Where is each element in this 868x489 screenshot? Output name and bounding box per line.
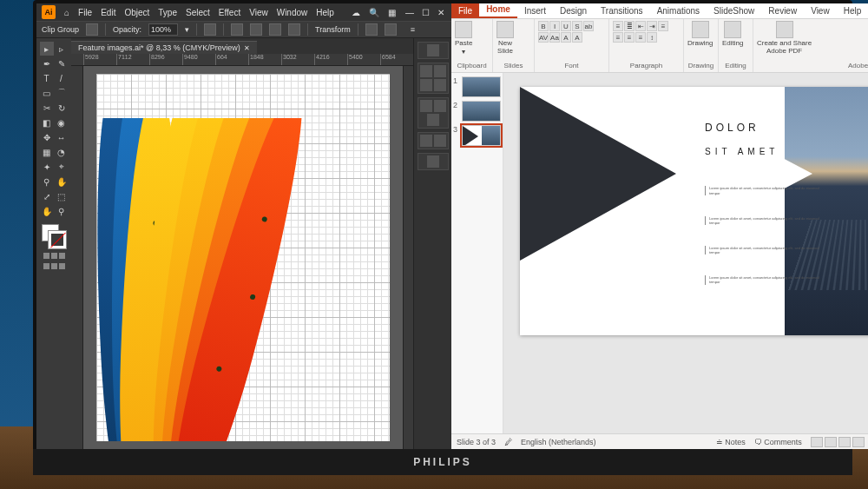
menu-object[interactable]: Object <box>124 8 149 17</box>
shape-builder-tool[interactable]: ↔ <box>55 130 69 144</box>
dark-triangle-shape[interactable] <box>520 87 676 261</box>
notes-button[interactable]: ≐ Notes <box>716 438 746 446</box>
italic-button[interactable]: I <box>549 21 560 31</box>
body-text-4[interactable]: Lorem ipsum dolor sit amet, consectetur … <box>705 275 819 284</box>
vertical-scrollbar[interactable] <box>403 66 413 449</box>
decrease-indent-button[interactable]: ⇤ <box>635 21 646 31</box>
mesh-tool[interactable]: ◔ <box>55 145 69 159</box>
gradient-panel-icon[interactable] <box>434 100 446 112</box>
justify-button[interactable]: ≡ <box>635 32 646 43</box>
rectangle-tool[interactable]: ▭ <box>40 86 54 100</box>
tab-animations[interactable]: Animations <box>650 3 707 18</box>
canvas-pasteboard[interactable] <box>83 66 403 449</box>
tab-insert[interactable]: Insert <box>517 3 553 18</box>
text-shadow-button[interactable]: ab <box>583 21 594 31</box>
artboard-tool[interactable]: ⤢ <box>40 189 54 203</box>
align-right-button[interactable]: ≡ <box>624 32 635 43</box>
drawing-button[interactable]: Drawing <box>687 21 713 47</box>
layers-panel-icon[interactable] <box>434 135 446 147</box>
numbering-button[interactable]: ≣ <box>624 21 635 31</box>
menu-view[interactable]: View <box>249 8 268 17</box>
new-slide-button[interactable]: New Slide <box>496 21 514 55</box>
increase-indent-button[interactable]: ⇥ <box>647 21 657 31</box>
search-icon[interactable]: 🔍 <box>369 8 379 17</box>
artboard[interactable] <box>96 74 391 441</box>
spellcheck-icon[interactable]: 🖉 <box>504 438 512 446</box>
menu-select[interactable]: Select <box>186 8 210 17</box>
swatches-panel-icon[interactable] <box>434 65 446 77</box>
tab-help[interactable]: Help <box>837 3 868 18</box>
type-tool[interactable]: T <box>40 71 54 85</box>
char-spacing-button[interactable]: AV <box>538 32 549 43</box>
arrange-documents-icon[interactable]: ▦ <box>388 8 396 17</box>
align-left-button[interactable]: ≡ <box>658 21 668 31</box>
line-spacing-button[interactable]: ↕ <box>647 32 657 43</box>
stroke-panel-icon[interactable] <box>420 100 432 112</box>
slide-thumb-1[interactable] <box>462 76 501 97</box>
selection-tool[interactable]: ▸ <box>40 42 54 56</box>
opacity-dropdown-icon[interactable]: ▾ <box>185 25 189 34</box>
symbol-sprayer-tool[interactable]: ✋ <box>55 175 69 188</box>
comments-button[interactable]: 🗨 Comments <box>754 438 802 446</box>
distribute-icon[interactable] <box>288 23 300 36</box>
align-right-icon[interactable] <box>269 23 281 36</box>
width-tool[interactable]: ◉ <box>55 116 69 129</box>
slice-tool[interactable]: ⬚ <box>55 189 69 203</box>
body-text-3[interactable]: Lorem ipsum dolor sit amet, consectetur … <box>705 246 819 254</box>
normal-view-button[interactable] <box>811 437 823 447</box>
body-text-2[interactable]: Lorem ipsum dolor sit amet, consectetur … <box>705 216 819 225</box>
current-slide[interactable]: DOLOR SIT AMET Lorem ipsum dolor sit ame… <box>520 87 868 335</box>
font-size-increase-button[interactable]: A <box>561 32 571 43</box>
paintbrush-tool[interactable]: ⌒ <box>55 86 69 100</box>
scissors-tool[interactable]: ✂ <box>40 101 54 115</box>
editing-button[interactable]: Editing <box>722 21 743 47</box>
strikethrough-button[interactable]: S <box>572 21 582 31</box>
isolate-mask-icon[interactable] <box>365 23 378 36</box>
libraries-panel-icon[interactable] <box>427 155 439 168</box>
menu-type[interactable]: Type <box>158 8 177 17</box>
appearance-panel-icon[interactable] <box>420 135 432 147</box>
pen-tool[interactable]: ✒ <box>40 56 54 70</box>
tab-slideshow[interactable]: SlideShow <box>707 3 761 18</box>
blend-tool[interactable]: ⚲ <box>40 175 54 188</box>
slide-subtitle[interactable]: SIT AMET <box>705 147 779 156</box>
body-text-1[interactable]: Lorem ipsum dolor sit amet, consectetur … <box>705 186 819 195</box>
tab-design[interactable]: Design <box>553 3 594 18</box>
transparency-panel-icon[interactable] <box>427 114 439 126</box>
color-panel-icon[interactable] <box>420 65 432 77</box>
slide-title[interactable]: DOLOR <box>705 122 760 134</box>
sorter-view-button[interactable] <box>825 437 837 447</box>
bold-button[interactable]: B <box>538 21 549 31</box>
properties-panel-icon[interactable] <box>427 44 439 56</box>
line-tool[interactable]: / <box>55 71 69 85</box>
slideshow-view-button[interactable] <box>852 437 865 447</box>
opacity-input[interactable] <box>148 23 178 36</box>
align-center-icon[interactable] <box>250 23 262 36</box>
fill-stroke-swatch[interactable] <box>42 224 66 248</box>
tab-home[interactable]: Home <box>479 2 517 18</box>
control-menu-icon[interactable]: ≡ <box>411 25 415 34</box>
brushes-panel-icon[interactable] <box>420 79 432 91</box>
reading-view-button[interactable] <box>838 437 851 447</box>
change-case-button[interactable]: Aa <box>549 32 560 43</box>
underline-button[interactable]: U <box>561 21 571 31</box>
minimize-button[interactable]: — <box>404 7 415 17</box>
close-button[interactable]: ✕ <box>436 7 446 17</box>
scale-tool[interactable]: ◧ <box>40 116 54 129</box>
tab-transitions[interactable]: Transitions <box>594 3 650 18</box>
maximize-button[interactable]: ☐ <box>420 7 431 17</box>
menu-help[interactable]: Help <box>316 8 334 17</box>
rotate-tool[interactable]: ↻ <box>55 101 69 115</box>
slide-thumb-2[interactable] <box>462 101 501 122</box>
gradient-tool[interactable]: ✦ <box>40 160 54 174</box>
slide-editor-stage[interactable]: DOLOR SIT AMET Lorem ipsum dolor sit ame… <box>503 73 868 433</box>
font-color-button[interactable]: A <box>572 32 582 43</box>
color-mode-icons[interactable] <box>43 253 65 259</box>
zoom-tool[interactable]: ⚲ <box>55 204 69 218</box>
menu-window[interactable]: Window <box>277 8 308 17</box>
crop-image-icon[interactable] <box>385 23 397 36</box>
curvature-tool[interactable]: ✎ <box>55 56 69 70</box>
free-transform-tool[interactable]: ✥ <box>40 130 54 144</box>
language-indicator[interactable]: English (Netherlands) <box>521 438 596 446</box>
tab-review[interactable]: Review <box>761 3 804 18</box>
